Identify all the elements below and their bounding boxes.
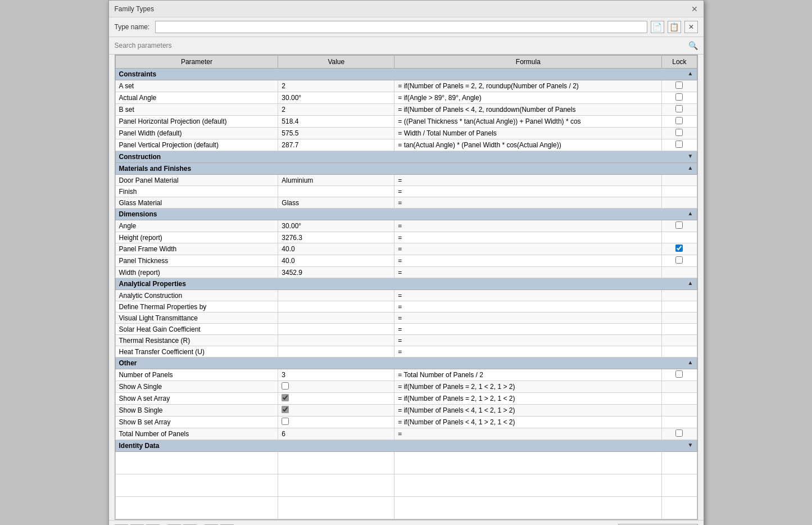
bottom-toolbar: ✏️ 📄 ✕ tE↑ tE↓ ↕ ⇅ Manage Lookup Tables bbox=[109, 520, 704, 525]
title-bar: Family Types ✕ bbox=[109, 1, 704, 17]
copy-type-button[interactable]: 📋 bbox=[668, 21, 681, 33]
table-row: Panel Frame Width40.0= bbox=[115, 243, 697, 255]
section-row: Constraints▲ bbox=[115, 69, 697, 80]
table-row: A set2= if(Number of Panels = 2, 2, roun… bbox=[115, 80, 697, 92]
table-row: Heat Transfer Coefficient (U)= bbox=[115, 346, 697, 357]
section-row: Other▲ bbox=[115, 357, 697, 369]
table-row: Visual Light Transmittance= bbox=[115, 313, 697, 324]
table-row: Show A Single= if(Number of Panels = 2, … bbox=[115, 381, 697, 393]
table-row: B set2= if(Number of Panels < 4, 2, roun… bbox=[115, 104, 697, 116]
table-row: Solar Heat Gain Coefficient= bbox=[115, 324, 697, 335]
header-formula: Formula bbox=[394, 56, 662, 69]
close-button[interactable]: ✕ bbox=[691, 5, 698, 13]
family-types-dialog: Family Types ✕ Type name: 📄 📋 ✕ 🔍 Parame… bbox=[108, 0, 704, 525]
table-row: Door Panel MaterialAluminium= bbox=[115, 175, 697, 186]
section-row: Dimensions▲ bbox=[115, 209, 697, 220]
section-row: Analytical Properties▲ bbox=[115, 278, 697, 290]
type-name-label: Type name: bbox=[115, 23, 150, 31]
lock-checkbox[interactable] bbox=[675, 82, 683, 89]
table-row: Panel Horizontal Projection (default)518… bbox=[115, 116, 697, 128]
type-name-input[interactable] bbox=[155, 21, 647, 33]
table-row: Panel Vertical Projection (default)287.7… bbox=[115, 139, 697, 151]
section-row: Materials and Finishes▲ bbox=[115, 163, 697, 175]
table-row: Width (report)3452.9= bbox=[115, 267, 697, 278]
table-row: Angle30.00°= bbox=[115, 220, 697, 232]
search-row: 🔍 bbox=[109, 37, 704, 55]
search-input[interactable] bbox=[115, 39, 688, 52]
lock-checkbox[interactable] bbox=[675, 429, 683, 437]
search-icon: 🔍 bbox=[688, 41, 698, 50]
table-row: Panel Thickness40.0= bbox=[115, 255, 697, 267]
empty-row bbox=[115, 452, 697, 474]
new-type-button[interactable]: 📄 bbox=[651, 21, 664, 33]
table-row: Show A set Array= if(Number of Panels = … bbox=[115, 393, 697, 405]
table-row: Define Thermal Properties by= bbox=[115, 301, 697, 313]
lock-checkbox[interactable] bbox=[675, 256, 683, 264]
lock-checkbox[interactable] bbox=[675, 141, 683, 148]
header-parameter: Parameter bbox=[115, 56, 278, 69]
lock-checkbox[interactable] bbox=[675, 129, 683, 136]
table-row: Finish= bbox=[115, 186, 697, 197]
empty-row bbox=[115, 474, 697, 497]
table-row: Height (report)3276.3= bbox=[115, 232, 697, 243]
table-row: Panel Width (default)575.5= Width / Tota… bbox=[115, 128, 697, 139]
table-row: Show B set Array= if(Number of Panels < … bbox=[115, 417, 697, 428]
empty-row bbox=[115, 497, 697, 519]
section-row: Identity Data▼ bbox=[115, 440, 697, 452]
table-header-row: Parameter Value Formula Lock bbox=[115, 56, 697, 69]
table-row: Total Number of Panels6= bbox=[115, 428, 697, 440]
table-row: Number of Panels3= Total Number of Panel… bbox=[115, 369, 697, 381]
lock-checkbox[interactable] bbox=[675, 105, 683, 112]
parameters-table-container: Parameter Value Formula Lock Constraints… bbox=[115, 55, 698, 520]
lock-checkbox[interactable] bbox=[675, 245, 683, 252]
table-row: Actual Angle30.00°= if(Angle > 89°, 89°,… bbox=[115, 92, 697, 104]
table-row: Thermal Resistance (R)= bbox=[115, 335, 697, 346]
section-row: Construction▼ bbox=[115, 151, 697, 163]
table-row: Analytic Construction= bbox=[115, 290, 697, 301]
header-lock: Lock bbox=[662, 56, 697, 69]
lock-checkbox[interactable] bbox=[675, 93, 683, 101]
table-row: Glass MaterialGlass= bbox=[115, 197, 697, 209]
parameters-table: Parameter Value Formula Lock Constraints… bbox=[115, 55, 697, 519]
lock-checkbox[interactable] bbox=[675, 221, 683, 229]
lock-checkbox[interactable] bbox=[675, 117, 683, 124]
type-name-row: Type name: 📄 📋 ✕ bbox=[109, 17, 704, 37]
table-row: Show B Single= if(Number of Panels < 4, … bbox=[115, 405, 697, 417]
lock-checkbox[interactable] bbox=[675, 370, 683, 378]
header-value: Value bbox=[278, 56, 394, 69]
dialog-title: Family Types bbox=[115, 5, 154, 13]
delete-type-button[interactable]: ✕ bbox=[684, 21, 698, 33]
